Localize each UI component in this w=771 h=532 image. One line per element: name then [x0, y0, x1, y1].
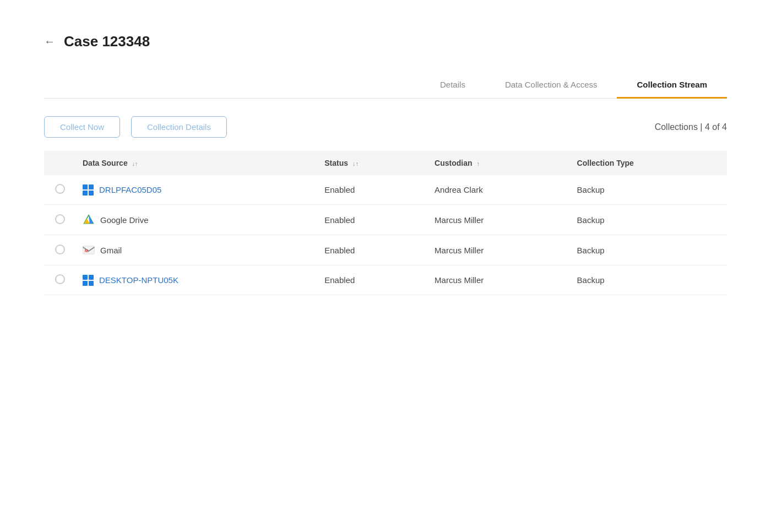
row-data-source-cell: DRLPFAC05D05: [74, 175, 316, 205]
col-custodian[interactable]: Custodian ↑: [426, 151, 568, 175]
row-collection-type: Backup: [568, 205, 727, 235]
row-status: Enabled: [316, 265, 426, 295]
row-radio-cell: [44, 235, 74, 265]
collection-details-button[interactable]: Collection Details: [131, 116, 227, 138]
tab-data-collection-access[interactable]: Data Collection & Access: [485, 72, 617, 99]
data-source-name: Google Drive: [100, 215, 149, 225]
col-data-source[interactable]: Data Source ↓↑: [74, 151, 316, 175]
collect-now-button[interactable]: Collect Now: [44, 116, 120, 138]
tab-details[interactable]: Details: [420, 72, 485, 99]
row-radio-button[interactable]: [55, 214, 65, 224]
row-custodian: Marcus Miller: [426, 205, 568, 235]
table-row: M GmailEnabledMarcus MillerBackup: [44, 235, 727, 265]
gmail-icon: M: [83, 244, 95, 256]
windows-icon: [83, 275, 94, 286]
toolbar: Collect Now Collection Details Collectio…: [44, 116, 727, 138]
row-custodian: Marcus Miller: [426, 235, 568, 265]
row-collection-type: Backup: [568, 235, 727, 265]
sort-status-icon[interactable]: ↓↑: [352, 160, 359, 167]
google-drive-icon: [83, 214, 95, 226]
data-source-name: Gmail: [100, 246, 122, 255]
page-header: ← Case 123348: [44, 33, 727, 50]
page-title: Case 123348: [64, 33, 150, 50]
collections-count: Collections | 4 of 4: [655, 122, 727, 132]
sort-custodian-icon[interactable]: ↑: [476, 160, 480, 167]
col-collection-type: Collection Type: [568, 151, 727, 175]
back-button[interactable]: ←: [44, 35, 55, 48]
row-status: Enabled: [316, 235, 426, 265]
table-row: Google DriveEnabledMarcus MillerBackup: [44, 205, 727, 235]
row-custodian: Andrea Clark: [426, 175, 568, 205]
row-data-source-cell: DESKTOP-NPTU05K: [74, 265, 316, 295]
row-status: Enabled: [316, 175, 426, 205]
row-collection-type: Backup: [568, 175, 727, 205]
data-table: Data Source ↓↑ Status ↓↑ Custodian ↑ Col…: [44, 151, 727, 295]
page-container: ← Case 123348 Details Data Collection & …: [0, 0, 771, 328]
table-row: DRLPFAC05D05EnabledAndrea ClarkBackup: [44, 175, 727, 205]
sort-data-source-icon[interactable]: ↓↑: [132, 160, 138, 167]
table-header-row: Data Source ↓↑ Status ↓↑ Custodian ↑ Col…: [44, 151, 727, 175]
col-status[interactable]: Status ↓↑: [316, 151, 426, 175]
row-collection-type: Backup: [568, 265, 727, 295]
tab-collection-stream[interactable]: Collection Stream: [617, 72, 727, 99]
svg-text:M: M: [85, 248, 89, 253]
data-source-link[interactable]: DESKTOP-NPTU05K: [99, 275, 178, 285]
row-radio-cell: [44, 265, 74, 295]
windows-icon: [83, 184, 94, 196]
row-custodian: Marcus Miller: [426, 265, 568, 295]
row-radio-button[interactable]: [55, 245, 65, 254]
tabs-container: Details Data Collection & Access Collect…: [44, 72, 727, 99]
col-checkbox: [44, 151, 74, 175]
row-radio-button[interactable]: [55, 274, 65, 284]
row-data-source-cell: M Gmail: [74, 235, 316, 265]
row-data-source-cell: Google Drive: [74, 205, 316, 235]
row-radio-cell: [44, 205, 74, 235]
data-source-link[interactable]: DRLPFAC05D05: [99, 185, 161, 194]
row-radio-cell: [44, 175, 74, 205]
row-status: Enabled: [316, 205, 426, 235]
table-row: DESKTOP-NPTU05KEnabledMarcus MillerBacku…: [44, 265, 727, 295]
row-radio-button[interactable]: [55, 184, 65, 194]
